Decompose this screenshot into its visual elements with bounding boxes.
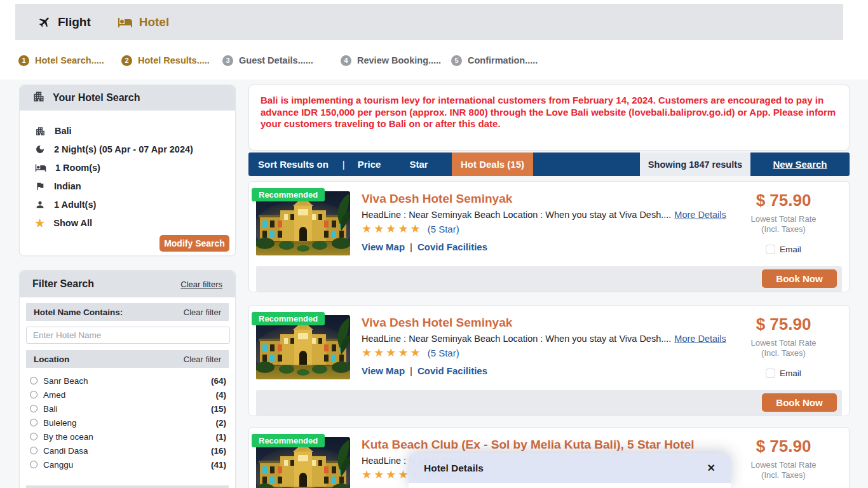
radio-icon[interactable] [30,433,37,440]
tab-flight-label: Flight [58,15,91,29]
recommended-badge: Recommended [252,434,325,447]
location-option[interactable]: By the ocean (1) [30,430,226,443]
rate-caption-2: (Incl. Taxes) [736,470,831,480]
email-option: Email [736,245,831,254]
summary-adults: 1 Adult(s) [35,198,96,211]
radio-icon[interactable] [30,377,37,384]
step-number: 3 [222,55,233,66]
covid-facilities-link[interactable]: Covid Facilities [417,365,487,376]
summary-card-header: Your Hotel Search [20,85,235,111]
location-option[interactable]: Canggu (41) [30,458,226,471]
location-count: (16) [211,446,226,456]
rate-caption-1: Lowest Total Rate [736,338,831,348]
tab-hotel[interactable]: Hotel [118,15,170,30]
hotel-card: Recommended Viva Desh Hotel Seminyak Hea… [248,181,850,292]
star-rating-label: (5 Star) [428,348,459,358]
flag-icon [35,181,45,191]
radio-icon[interactable] [30,391,37,398]
radio-icon[interactable] [30,461,37,468]
location-name: Buleleng [43,418,77,428]
sort-by-price[interactable]: Price [358,159,381,170]
step-hotel-results[interactable]: 2 Hotel Results..... [121,54,210,67]
location-filter-header: Location Clear filter [26,350,229,368]
location-count: (4) [216,390,227,400]
summary-nationality-text: Indian [54,181,81,191]
sort-options-segment: Sort Results on | Price Star [248,152,452,176]
links-divider: | [410,241,412,252]
star-rating-label: (5 Star) [428,224,459,234]
radio-icon[interactable] [30,419,37,426]
price-column: $ 75.90 Lowest Total Rate (Incl. Taxes) … [736,315,831,378]
view-map-link[interactable]: View Map [362,241,405,252]
radio-icon[interactable] [30,405,37,412]
rate-caption-1: Lowest Total Rate [736,460,831,470]
location-option[interactable]: Buleleng (2) [30,416,226,429]
hotel-name-link[interactable]: Viva Desh Hotel Seminyak [362,192,512,206]
book-now-button[interactable]: Book Now [762,269,837,288]
rate-caption-1: Lowest Total Rate [736,214,831,224]
location-option[interactable]: Sanr Beach (64) [30,374,226,387]
summary-adults-text: 1 Adult(s) [54,200,96,210]
new-search-button[interactable]: New Search [750,152,850,176]
hotel-price: $ 75.90 [736,315,831,334]
email-checkbox[interactable] [766,245,775,254]
summary-nights-text: 2 Night(s) (05 Apr - 07 Apr 2024) [54,144,193,154]
step-number: 4 [341,55,351,66]
location-option[interactable]: Candi Dasa (16) [30,444,226,457]
headline-text: HeadLine : N [362,456,416,466]
headline-text: HeadLine : Near Seminyak Beach Location … [362,334,671,344]
location-name: Canggu [43,460,73,470]
location-count: (2) [216,418,227,428]
sort-results-label: Sort Results on [258,159,329,170]
hotel-search-summary-card: Your Hotel Search Bali 2 Night(s) (05 Ap… [19,85,236,256]
email-checkbox[interactable] [766,369,775,378]
links-divider: | [410,365,412,376]
bed-icon [118,15,133,30]
step-label: Confirmation..... [468,55,538,65]
summary-card-title: Your Hotel Search [53,92,140,104]
summary-star-filter: ★ Show All [35,217,92,229]
step-hotel-search[interactable]: 1 Hotel Search..... [18,54,104,67]
modify-search-button[interactable]: Modify Search [159,235,229,252]
step-label: Guest Details...... [239,55,313,65]
radio-icon[interactable] [30,447,37,454]
step-number: 2 [121,55,132,66]
hotel-name-link[interactable]: Viva Desh Hotel Seminyak [362,316,512,330]
tab-flight[interactable]: Flight [38,15,91,29]
new-search-label: New Search [773,159,827,170]
location-name: Amed [43,390,65,400]
star-rating-row: ★★★★★ (5 Star) [362,222,459,236]
more-details-link[interactable]: More Details [674,334,726,344]
star-rating: ★★★★★ [362,346,423,360]
filter-search-card: Filter Search Clear filters Hotel Name C… [19,270,236,488]
location-option[interactable]: Bali (15) [30,402,226,415]
clear-location-filter[interactable]: Clear filter [184,355,221,364]
hotel-price: $ 75.90 [736,191,831,210]
price-column: $ 75.90 Lowest Total Rate (Incl. Taxes) … [736,437,831,488]
hotel-name-filter-header: Hotel Name Contains: Clear filter [26,303,229,321]
step-confirmation: 5 Confirmation..... [451,54,538,67]
step-review-booking: 4 Review Booking..... [341,54,441,67]
location-option[interactable]: Amed (4) [30,388,226,401]
price-column: $ 75.90 Lowest Total Rate (Incl. Taxes) … [736,191,831,254]
location-filter-label: Location [34,355,69,364]
hotel-building-icon [32,90,45,105]
step-label: Hotel Search..... [35,55,104,65]
close-icon[interactable]: ✕ [707,462,715,474]
bed-icon [35,162,46,173]
more-details-link[interactable]: More Details [674,210,726,220]
modal-header: Hotel Details ✕ [409,453,731,483]
hot-deals-tab[interactable]: Hot Deals (15) [452,152,533,176]
recommended-badge: Recommended [252,312,325,325]
book-now-button[interactable]: Book Now [762,393,837,412]
hotel-name-link[interactable]: Kuta Beach Club (Ex - Sol by Melia Kuta … [362,438,695,452]
sort-by-star[interactable]: Star [409,159,428,170]
email-option: Email [736,369,831,378]
recommended-badge: Recommended [252,188,325,201]
rate-caption-2: (Incl. Taxes) [736,224,831,234]
hotel-name-input[interactable] [26,327,230,344]
view-map-link[interactable]: View Map [362,365,405,376]
covid-facilities-link[interactable]: Covid Facilities [417,241,487,252]
clear-filters-link[interactable]: Clear filters [180,280,222,289]
clear-hotel-name-filter[interactable]: Clear filter [184,308,221,317]
